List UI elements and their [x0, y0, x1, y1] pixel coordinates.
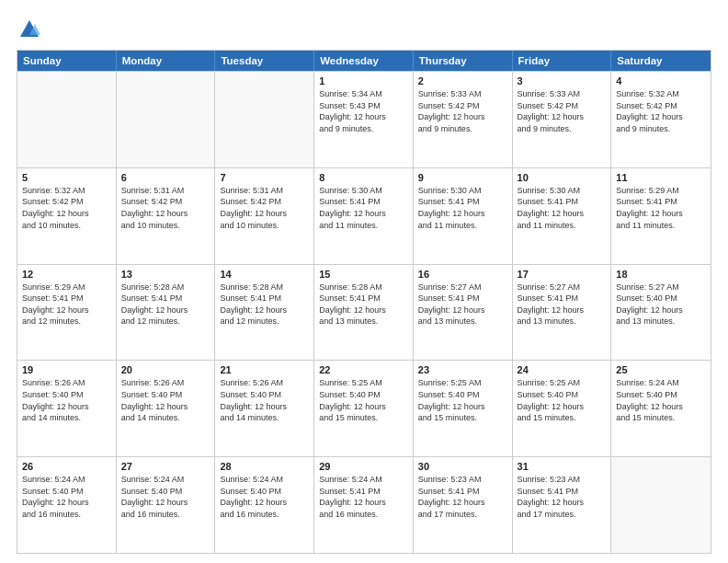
day-number: 2: [418, 75, 507, 86]
day-cell-2: 2Sunrise: 5:33 AM Sunset: 5:42 PM Daylig…: [414, 72, 513, 167]
day-number: 13: [121, 269, 210, 280]
day-info: Sunrise: 5:23 AM Sunset: 5:41 PM Dayligh…: [518, 474, 607, 520]
day-info: Sunrise: 5:34 AM Sunset: 5:43 PM Dayligh…: [319, 88, 408, 134]
day-cell-3: 3Sunrise: 5:33 AM Sunset: 5:42 PM Daylig…: [513, 72, 612, 167]
day-info: Sunrise: 5:28 AM Sunset: 5:41 PM Dayligh…: [319, 282, 408, 327]
empty-cell: [17, 72, 117, 167]
day-cell-30: 30Sunrise: 5:23 AM Sunset: 5:41 PM Dayli…: [414, 457, 513, 553]
empty-cell: [611, 457, 711, 553]
day-info: Sunrise: 5:25 AM Sunset: 5:40 PM Dayligh…: [418, 377, 507, 423]
day-cell-23: 23Sunrise: 5:25 AM Sunset: 5:40 PM Dayli…: [414, 361, 513, 456]
day-cell-1: 1Sunrise: 5:34 AM Sunset: 5:43 PM Daylig…: [314, 72, 414, 167]
day-number: 29: [319, 461, 408, 472]
page: SundayMondayTuesdayWednesdayThursdayFrid…: [0, 0, 728, 563]
empty-cell: [215, 72, 314, 167]
day-number: 28: [220, 461, 309, 472]
day-info: Sunrise: 5:27 AM Sunset: 5:40 PM Dayligh…: [616, 282, 706, 327]
day-cell-5: 5Sunrise: 5:32 AM Sunset: 5:42 PM Daylig…: [17, 168, 117, 264]
day-number: 1: [319, 75, 408, 86]
calendar-row-4: 19Sunrise: 5:26 AM Sunset: 5:40 PM Dayli…: [17, 360, 711, 456]
logo: [17, 17, 46, 42]
day-number: 10: [518, 172, 607, 183]
day-number: 3: [518, 75, 607, 86]
day-cell-7: 7Sunrise: 5:31 AM Sunset: 5:42 PM Daylig…: [215, 168, 314, 264]
day-info: Sunrise: 5:26 AM Sunset: 5:40 PM Dayligh…: [121, 377, 210, 423]
day-number: 15: [319, 269, 408, 280]
day-cell-14: 14Sunrise: 5:28 AM Sunset: 5:41 PM Dayli…: [215, 265, 314, 361]
calendar-row-1: 1Sunrise: 5:34 AM Sunset: 5:43 PM Daylig…: [17, 71, 711, 167]
day-info: Sunrise: 5:27 AM Sunset: 5:41 PM Dayligh…: [518, 282, 607, 327]
day-number: 24: [518, 364, 607, 375]
day-info: Sunrise: 5:28 AM Sunset: 5:41 PM Dayligh…: [220, 282, 309, 327]
day-cell-24: 24Sunrise: 5:25 AM Sunset: 5:40 PM Dayli…: [513, 361, 612, 456]
day-number: 21: [220, 364, 309, 375]
day-cell-18: 18Sunrise: 5:27 AM Sunset: 5:40 PM Dayli…: [611, 265, 711, 361]
calendar-row-2: 5Sunrise: 5:32 AM Sunset: 5:42 PM Daylig…: [17, 167, 711, 264]
weekday-header-sunday: Sunday: [17, 51, 117, 71]
day-cell-8: 8Sunrise: 5:30 AM Sunset: 5:41 PM Daylig…: [314, 168, 414, 264]
day-number: 19: [22, 364, 111, 375]
day-cell-15: 15Sunrise: 5:28 AM Sunset: 5:41 PM Dayli…: [314, 265, 414, 361]
weekday-header-tuesday: Tuesday: [215, 51, 314, 71]
day-cell-13: 13Sunrise: 5:28 AM Sunset: 5:41 PM Dayli…: [117, 265, 216, 361]
calendar-body: 1Sunrise: 5:34 AM Sunset: 5:43 PM Daylig…: [17, 71, 711, 553]
day-number: 8: [319, 172, 408, 183]
day-number: 5: [22, 172, 111, 183]
day-cell-27: 27Sunrise: 5:24 AM Sunset: 5:40 PM Dayli…: [117, 457, 216, 553]
day-info: Sunrise: 5:32 AM Sunset: 5:42 PM Dayligh…: [22, 185, 111, 231]
day-number: 14: [220, 269, 309, 280]
day-info: Sunrise: 5:30 AM Sunset: 5:41 PM Dayligh…: [418, 185, 507, 231]
day-number: 22: [319, 364, 408, 375]
day-info: Sunrise: 5:33 AM Sunset: 5:42 PM Dayligh…: [418, 88, 507, 134]
day-cell-28: 28Sunrise: 5:24 AM Sunset: 5:40 PM Dayli…: [215, 457, 314, 553]
weekday-header-saturday: Saturday: [611, 51, 711, 71]
day-cell-4: 4Sunrise: 5:32 AM Sunset: 5:42 PM Daylig…: [611, 72, 711, 167]
day-cell-16: 16Sunrise: 5:27 AM Sunset: 5:41 PM Dayli…: [414, 265, 513, 361]
day-info: Sunrise: 5:33 AM Sunset: 5:42 PM Dayligh…: [518, 88, 607, 134]
day-info: Sunrise: 5:24 AM Sunset: 5:40 PM Dayligh…: [220, 474, 309, 520]
day-number: 9: [418, 172, 507, 183]
day-number: 17: [518, 269, 607, 280]
day-info: Sunrise: 5:30 AM Sunset: 5:41 PM Dayligh…: [319, 185, 408, 231]
day-number: 11: [616, 172, 706, 183]
day-cell-20: 20Sunrise: 5:26 AM Sunset: 5:40 PM Dayli…: [117, 361, 216, 456]
day-cell-25: 25Sunrise: 5:24 AM Sunset: 5:40 PM Dayli…: [611, 361, 711, 456]
day-number: 23: [418, 364, 507, 375]
day-number: 6: [121, 172, 210, 183]
day-number: 4: [616, 75, 706, 86]
day-info: Sunrise: 5:31 AM Sunset: 5:42 PM Dayligh…: [121, 185, 210, 231]
day-info: Sunrise: 5:29 AM Sunset: 5:41 PM Dayligh…: [616, 185, 706, 231]
day-number: 30: [418, 461, 507, 472]
day-cell-26: 26Sunrise: 5:24 AM Sunset: 5:40 PM Dayli…: [17, 457, 117, 553]
day-cell-12: 12Sunrise: 5:29 AM Sunset: 5:41 PM Dayli…: [17, 265, 117, 361]
day-info: Sunrise: 5:25 AM Sunset: 5:40 PM Dayligh…: [319, 377, 408, 423]
day-info: Sunrise: 5:24 AM Sunset: 5:40 PM Dayligh…: [22, 474, 111, 520]
day-number: 7: [220, 172, 309, 183]
day-cell-10: 10Sunrise: 5:30 AM Sunset: 5:41 PM Dayli…: [513, 168, 612, 264]
day-info: Sunrise: 5:32 AM Sunset: 5:42 PM Dayligh…: [616, 88, 706, 134]
day-info: Sunrise: 5:27 AM Sunset: 5:41 PM Dayligh…: [418, 282, 507, 327]
day-cell-9: 9Sunrise: 5:30 AM Sunset: 5:41 PM Daylig…: [414, 168, 513, 264]
day-number: 18: [616, 269, 706, 280]
weekday-header-thursday: Thursday: [414, 51, 513, 71]
calendar-header: SundayMondayTuesdayWednesdayThursdayFrid…: [17, 51, 711, 71]
day-cell-19: 19Sunrise: 5:26 AM Sunset: 5:40 PM Dayli…: [17, 361, 117, 456]
weekday-header-wednesday: Wednesday: [314, 51, 414, 71]
day-number: 31: [518, 461, 607, 472]
weekday-header-monday: Monday: [117, 51, 216, 71]
day-info: Sunrise: 5:30 AM Sunset: 5:41 PM Dayligh…: [518, 185, 607, 231]
calendar-row-3: 12Sunrise: 5:29 AM Sunset: 5:41 PM Dayli…: [17, 264, 711, 361]
day-number: 26: [22, 461, 111, 472]
day-cell-22: 22Sunrise: 5:25 AM Sunset: 5:40 PM Dayli…: [314, 361, 414, 456]
day-info: Sunrise: 5:25 AM Sunset: 5:40 PM Dayligh…: [518, 377, 607, 423]
day-cell-21: 21Sunrise: 5:26 AM Sunset: 5:40 PM Dayli…: [215, 361, 314, 456]
day-number: 20: [121, 364, 210, 375]
calendar-row-5: 26Sunrise: 5:24 AM Sunset: 5:40 PM Dayli…: [17, 456, 711, 553]
day-number: 25: [616, 364, 706, 375]
day-number: 12: [22, 269, 111, 280]
day-cell-11: 11Sunrise: 5:29 AM Sunset: 5:41 PM Dayli…: [611, 168, 711, 264]
day-info: Sunrise: 5:24 AM Sunset: 5:40 PM Dayligh…: [121, 474, 210, 520]
day-cell-29: 29Sunrise: 5:24 AM Sunset: 5:41 PM Dayli…: [314, 457, 414, 553]
top-section: [17, 17, 711, 42]
weekday-header-friday: Friday: [513, 51, 612, 71]
